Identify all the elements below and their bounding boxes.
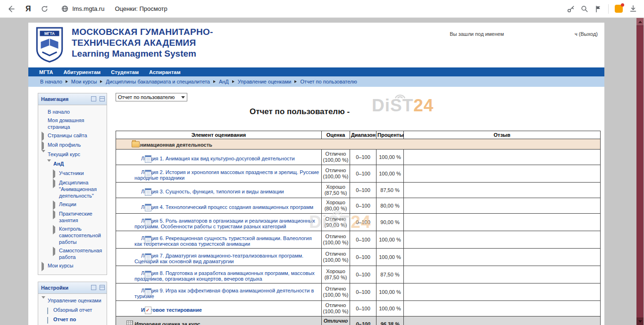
nav-item-abiturientam[interactable]: Абитуриентам xyxy=(58,69,106,75)
lms-title: Learning Managment System xyxy=(72,48,213,59)
address-url[interactable]: lms.mgta.ru xyxy=(73,5,105,12)
settings-item-overview-report[interactable]: Обзорный отчет xyxy=(40,306,105,315)
feedback-cell xyxy=(404,249,601,266)
chevron-right-icon[interactable] xyxy=(53,210,59,218)
nav-item-aspirantam[interactable]: Аспирантам xyxy=(144,69,185,75)
nav-item-studentam[interactable]: Студентам xyxy=(106,69,144,75)
sidebar-item-label[interactable]: Лекции xyxy=(59,201,76,208)
breadcrumb-disciplines[interactable]: Дисциплины бакалавриата и специалитета xyxy=(106,79,210,84)
breadcrumb-grade-admin[interactable]: Управление оценками xyxy=(238,79,292,84)
sidebar-item-site-pages[interactable]: Страницы сайта xyxy=(40,131,105,141)
bookmark-flag-icon[interactable] xyxy=(594,5,602,13)
grade-item-link[interactable]: Лекция 3. Сущность, функция, типология и… xyxy=(141,189,284,194)
report-type-select[interactable]: Отчет по пользователю xyxy=(116,93,187,101)
chevron-down-icon[interactable] xyxy=(42,297,48,305)
refresh-icon[interactable] xyxy=(41,5,49,13)
sidebar-item-lectures[interactable]: Лекции xyxy=(40,200,105,209)
percent-cell: 87,50 % xyxy=(376,183,404,198)
sidebar-item-practical[interactable]: Практические занятия xyxy=(40,209,105,225)
chevron-right-icon[interactable] xyxy=(53,201,59,208)
settings-item-label[interactable]: Управление оценками xyxy=(48,297,101,304)
sidebar-item-selfcontrol[interactable]: Контроль самостоятельной работы xyxy=(40,225,105,246)
feedback-cell xyxy=(404,214,601,231)
grade-item-link[interactable]: Лекция 5. Роль аниматоров в организации … xyxy=(134,218,315,229)
grade-item-link[interactable]: Лекция 4. Технологический процесс создан… xyxy=(141,204,313,210)
nav-item-mgta[interactable]: МГТА xyxy=(34,69,58,75)
feedback-cell xyxy=(404,301,601,317)
scroll-down-icon[interactable] xyxy=(636,317,644,325)
breadcrumb-user-report[interactable]: Отчет по пользователю xyxy=(300,79,357,84)
chevron-down-icon[interactable] xyxy=(42,151,48,158)
chevron-down-icon[interactable] xyxy=(47,160,53,168)
chevron-right-icon[interactable] xyxy=(53,179,59,187)
sidebar-item-current-course[interactable]: Текущий курс xyxy=(40,150,105,159)
grade-item-link[interactable]: Лекция 9. Игра как эффективная форма ани… xyxy=(134,288,314,299)
breadcrumb-my-courses[interactable]: Мои курсы xyxy=(71,79,97,84)
grade-item-link[interactable]: Лекция 6. Рекреационная сущность туристс… xyxy=(134,235,312,247)
grade-value: Отлично xyxy=(323,216,349,222)
sidebar-item-label[interactable]: Практические занятия xyxy=(59,210,104,224)
sidebar-item-course-and[interactable]: АнД xyxy=(40,159,105,169)
sidebar-item-participants[interactable]: Участники xyxy=(40,169,105,178)
grade-value: Отлично xyxy=(323,167,349,174)
search-icon[interactable] xyxy=(581,5,588,13)
page-scrollbar[interactable] xyxy=(636,18,644,325)
grade-item-link[interactable]: Лекция 2. История и хронология массовых … xyxy=(134,169,319,181)
sidebar-item-label[interactable]: В начало xyxy=(48,108,70,115)
sidebar-item-label[interactable]: Мой профиль xyxy=(48,142,81,148)
password-key-icon[interactable] xyxy=(567,5,575,13)
signal-arcs-icon xyxy=(393,91,407,99)
breadcrumb-home[interactable]: В начало xyxy=(40,79,62,84)
chevron-right-icon[interactable] xyxy=(53,247,59,255)
sidebar-item-discipline[interactable]: Дисциплина "Анимационная деятельность" xyxy=(40,178,105,200)
sidebar-item-selfwork[interactable]: Самостоятельная работа xyxy=(40,246,105,261)
scroll-up-icon[interactable] xyxy=(636,18,644,26)
sidebar-item-profile[interactable]: Мой профиль xyxy=(40,141,105,150)
settings-item-label[interactable]: Обзорный отчет xyxy=(53,307,92,313)
grade-percent: (100,00 %) xyxy=(323,292,349,298)
collapse-block-icon[interactable] xyxy=(100,285,105,290)
sidebar-item-label[interactable]: Участники xyxy=(59,170,84,176)
grade-percent: (100,00 %) xyxy=(323,240,349,246)
academy-title-line2: ТЕХНИЧЕСКАЯ АКАДЕМИЯ xyxy=(72,37,213,48)
sidebar-item-dashboard[interactable]: Моя домашняя страница xyxy=(40,116,105,131)
logout-link[interactable]: (Выход) xyxy=(579,31,598,37)
grade-item-link[interactable]: Лекция 7. Драматургия анимационно-театра… xyxy=(134,253,303,264)
grade-row-lecture-4: Лекция 4. Технологический процесс создан… xyxy=(116,198,601,214)
chevron-right-icon[interactable] xyxy=(42,132,48,140)
sidebar-item-my-courses[interactable]: Мои курсы xyxy=(40,261,105,271)
chevron-right-icon[interactable] xyxy=(42,142,48,149)
grade-item-link[interactable]: Лекция 8. Подготовка и разработка анимац… xyxy=(134,270,315,282)
navigation-block: Навигация В начало Моя домашняя страница… xyxy=(38,93,107,275)
collapse-block-icon[interactable] xyxy=(100,96,105,101)
yandex-browser-icon[interactable]: Я xyxy=(25,5,31,13)
mgta-logo: МГТА xyxy=(36,27,63,65)
back-icon[interactable] xyxy=(7,5,15,13)
tab-title: Оценки: Просмотр xyxy=(115,5,167,12)
assignment-icon xyxy=(145,170,151,177)
grade-item-link[interactable]: Лекция 1. Анимация как вид культурно-дос… xyxy=(141,156,295,161)
sidebar-item-label[interactable]: Самостоятельная работа xyxy=(59,247,104,260)
sidebar-item-label[interactable]: Моя домашняя страница xyxy=(48,117,104,130)
sidebar-item-label[interactable]: Мои курсы xyxy=(48,262,73,269)
sidebar-item-label[interactable]: Страницы сайта xyxy=(48,132,87,139)
download-icon[interactable] xyxy=(629,5,637,13)
breadcrumb-course[interactable]: АнД xyxy=(219,79,229,84)
sidebar-item-label[interactable]: АнД xyxy=(53,160,64,167)
sidebar-item-label[interactable]: Текущий курс xyxy=(48,151,80,158)
dock-block-icon[interactable] xyxy=(91,285,96,290)
dock-block-icon[interactable] xyxy=(91,96,96,101)
breadcrumb-separator-icon xyxy=(66,80,68,83)
chevron-right-icon[interactable] xyxy=(53,225,59,233)
sidebar-item-home[interactable]: В начало xyxy=(40,108,105,116)
navigation-block-title: Навигация xyxy=(41,96,68,102)
settings-item-grade-admin[interactable]: Управление оценками xyxy=(40,296,105,306)
grade-percent: (87,50 %) xyxy=(323,275,349,281)
chevron-right-icon[interactable] xyxy=(53,170,59,177)
sidebar-item-label[interactable]: Дисциплина "Анимационная деятельность" xyxy=(59,179,104,199)
chevron-right-icon[interactable] xyxy=(42,262,48,270)
sidebar-item-label[interactable]: Контроль самостоятельной работы xyxy=(59,225,104,245)
settings-item-user-report[interactable]: Отчет по пользователю xyxy=(40,315,105,325)
settings-item-label[interactable]: Отчет по пользователю xyxy=(53,316,104,325)
extension-notification-icon[interactable] xyxy=(615,5,623,13)
